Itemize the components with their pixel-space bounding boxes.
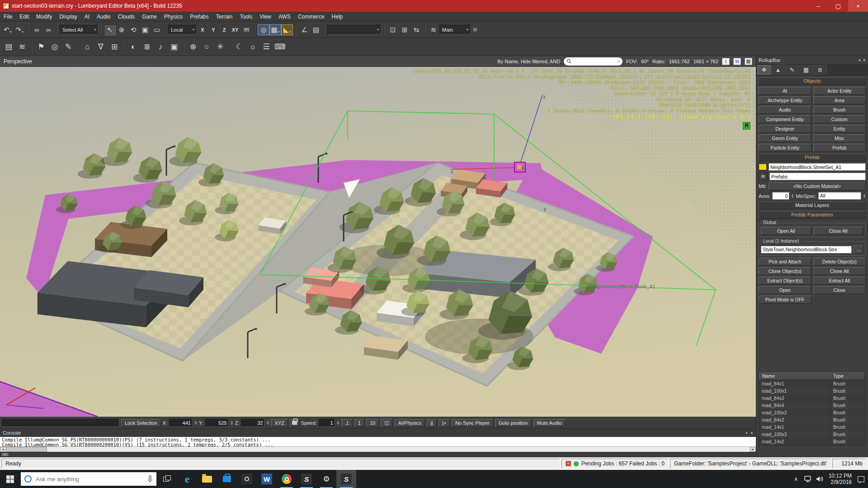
object-type-audio[interactable]: Audio (759, 106, 811, 114)
menu-tools[interactable]: Tools (236, 14, 256, 20)
viewport-3d[interactable]: CamPos=501.02 676.82 93.54 Angl=-36.0 0 … (0, 67, 756, 417)
ai-physics-button[interactable]: AI/Physics (395, 419, 425, 427)
viewport-mode-button[interactable]: Perspective (4, 58, 32, 65)
prefab-parameters-header[interactable]: Prefab Parameters (759, 211, 866, 219)
unlink-button[interactable]: ∞ (42, 24, 54, 35)
snap-angle-toggle[interactable]: ◣▾ (281, 24, 293, 35)
undo-button[interactable]: ↶▾ (2, 24, 14, 35)
objects-section-header[interactable]: Objects (759, 77, 866, 85)
mute-audio-button[interactable]: Mute Audio (533, 419, 566, 427)
move-tool-button[interactable]: ⊕ (116, 24, 127, 35)
menu-view[interactable]: View (256, 14, 275, 20)
menu-commerce[interactable]: Commerce (294, 14, 328, 20)
z-spinner[interactable]: ▲▼ (266, 421, 269, 425)
material-button[interactable]: <No Custom Material> (769, 182, 866, 190)
object-type-area[interactable]: Area (813, 96, 866, 104)
axis-y-button[interactable]: Y (208, 25, 219, 35)
menu-aws[interactable]: AWS (275, 14, 294, 20)
toolbar2-icon-16[interactable]: ☾ (232, 40, 246, 54)
search-input[interactable] (573, 58, 615, 65)
tab-modelling[interactable]: ✎ (785, 65, 799, 75)
volume-icon[interactable] (814, 470, 825, 488)
select-tool-button[interactable]: ↖ (104, 24, 116, 35)
named-selection-dropdown[interactable]: ▾ (327, 25, 382, 35)
area-spinner[interactable]: ▲▼ (791, 194, 794, 198)
toolbar2-icon-7[interactable]: ∇ (94, 40, 108, 54)
toolbar2-icon-2[interactable]: ≋ (15, 40, 29, 54)
axis-xy-button[interactable]: XY (230, 25, 241, 35)
speed-preset-1-button[interactable]: 1 (354, 419, 364, 427)
menu-terrain[interactable]: Terrain (212, 14, 236, 20)
taskbar-app-lumberyard[interactable]: S (297, 470, 316, 488)
toolbar2-icon-8[interactable]: ⊞ (108, 40, 121, 54)
object-type-brush[interactable]: Brush (813, 106, 866, 114)
toolbar2-icon-10[interactable]: ≣ (140, 40, 154, 54)
follow-terrain-toggle[interactable]: ◎ (258, 24, 269, 35)
speed-preset-10-button[interactable]: 10 (366, 419, 379, 427)
column-header-type[interactable]: Type (830, 372, 865, 380)
tab-terrain[interactable]: ▲ (771, 65, 785, 75)
scroll-left-icon[interactable]: ◂ (0, 447, 6, 452)
menu-game[interactable]: Game (138, 14, 160, 20)
helpers-button[interactable]: H (733, 58, 741, 65)
prefab-color-swatch[interactable] (759, 164, 767, 170)
measure-tool-button[interactable]: ∠ (298, 24, 310, 35)
menu-help[interactable]: Help (328, 14, 347, 20)
object-type-designer[interactable]: Designer (759, 125, 811, 133)
maximize-button[interactable]: ▢ (828, 0, 848, 12)
pause-button[interactable]: || (427, 419, 437, 427)
axis-z-button[interactable]: Z (219, 25, 230, 35)
object-type-particle-entity[interactable]: Particle Entity (759, 144, 811, 152)
coord-lock-button[interactable] (290, 419, 299, 427)
toolbar2-icon-4[interactable]: ◎ (48, 40, 61, 54)
taskbar-app-word[interactable]: W (257, 470, 277, 488)
toolbar2-icon-9[interactable]: ◐ (127, 40, 140, 54)
toolbar-overflow-button[interactable]: ⊟ (471, 24, 479, 35)
prefab-library-icon[interactable]: ≋ (759, 173, 768, 180)
console-output[interactable]: Compile Illum@Common_SG_PS(RT80000000001… (0, 437, 756, 446)
menu-ai[interactable]: AI (81, 14, 93, 20)
table-row[interactable]: road_84x3Brush (759, 394, 865, 402)
info-button[interactable]: i (722, 58, 730, 65)
toolbar2-icon-12[interactable]: ▣ (167, 40, 181, 54)
material-layers-header[interactable]: Material Layers (759, 202, 866, 209)
table-row[interactable]: road_100x3Brush (759, 431, 865, 438)
menu-clouds[interactable]: Clouds (114, 14, 138, 20)
local-prefab-field[interactable] (761, 246, 852, 253)
prefab-section-header[interactable]: Prefab (759, 154, 866, 161)
xyz-mode-button[interactable]: XYZ (271, 419, 288, 427)
minimized-window-button[interactable]: x (1, 452, 9, 457)
toolbar2-icon-3[interactable]: ⚑ (34, 40, 48, 54)
extract-objects-button[interactable]: Extract Object(s) (759, 277, 811, 285)
table-row[interactable]: road_100x1Brush (759, 387, 865, 394)
taskbar-app-utility[interactable] (237, 470, 257, 488)
area-select-button[interactable]: ▭ (151, 24, 163, 35)
viewport-search[interactable]: × (564, 57, 623, 66)
action-center-button[interactable] (855, 470, 866, 488)
toolbar2-icon-19[interactable]: ⌨ (273, 40, 287, 54)
microphone-icon[interactable] (147, 475, 153, 483)
object-type-custom[interactable]: Custom (813, 115, 866, 123)
browse-button[interactable]: ... (854, 245, 863, 253)
table-row[interactable]: road_100x2Brush (759, 409, 865, 416)
taskbar-search[interactable] (21, 472, 156, 486)
toolbar2-icon-15[interactable]: ✳ (213, 40, 227, 54)
object-type-misc[interactable]: Misc (813, 134, 866, 142)
close-button[interactable]: Close (813, 286, 866, 294)
selection-name-field[interactable] (2, 419, 119, 427)
pin-icon[interactable]: ▪ (859, 57, 861, 63)
pivot-mode-button[interactable]: Pivot Mode is OFF (759, 296, 811, 304)
minspec-spinner[interactable]: ▲▼ (863, 194, 866, 198)
close-icon[interactable]: × (750, 430, 753, 436)
speed-spinner[interactable]: ▲▼ (337, 421, 340, 425)
tab-layers[interactable]: ≣ (813, 65, 827, 75)
reference-space-dropdown[interactable]: Local▾ (168, 25, 197, 35)
scroll-thumb[interactable] (6, 447, 47, 452)
toolbar2-icon-17[interactable]: ☼ (246, 40, 259, 54)
y-coord-input[interactable] (205, 419, 229, 427)
close-button[interactable]: × (848, 0, 868, 12)
axis-x-button[interactable]: X (197, 25, 208, 35)
table-row[interactable]: road_14x1Brush (759, 423, 865, 431)
network-icon[interactable] (802, 470, 813, 488)
prefab-library-field[interactable] (769, 173, 866, 180)
